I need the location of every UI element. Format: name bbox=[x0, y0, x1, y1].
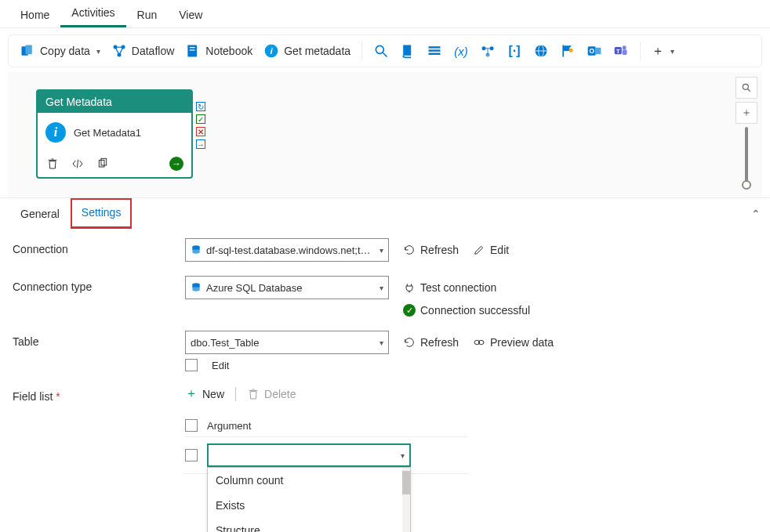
tool-script[interactable] bbox=[400, 43, 416, 59]
new-argument-button[interactable]: ＋ New bbox=[185, 385, 224, 402]
tool-bracket[interactable]: [·] bbox=[507, 43, 522, 59]
handle-fail-icon[interactable]: ✕ bbox=[196, 127, 205, 136]
connection-select[interactable]: df-sql-test.database.windows.net;tes… ▾ bbox=[185, 238, 389, 262]
notebook-icon bbox=[185, 43, 201, 59]
delete-argument-button[interactable]: Delete bbox=[247, 388, 296, 400]
tool-copy-data[interactable]: Copy data ▾ bbox=[20, 43, 100, 59]
run-icon[interactable]: → bbox=[169, 157, 183, 171]
activity-toolbar: Copy data ▾ Dataflow Notebook i Get meta… bbox=[8, 34, 762, 67]
plus-icon: ＋ bbox=[185, 385, 198, 402]
settings-form: Connection df-sql-test.database.windows.… bbox=[0, 229, 770, 498]
scrollbar[interactable] bbox=[402, 468, 410, 532]
label-field-list: Field list* bbox=[13, 385, 185, 403]
pencil-icon bbox=[473, 244, 485, 256]
tool-add[interactable]: ＋▾ bbox=[652, 43, 674, 60]
label-table: Table bbox=[13, 331, 185, 348]
activity-node-get-metadata[interactable]: Get Metadata i Get Metadata1 → bbox=[36, 89, 193, 179]
svg-rect-12 bbox=[403, 45, 411, 56]
svg-rect-5 bbox=[188, 45, 198, 57]
refresh-icon bbox=[403, 244, 416, 256]
pipeline-canvas[interactable]: Get Metadata i Get Metadata1 → ↻ ✓ ✕ → ＋ bbox=[8, 72, 762, 197]
connection-status: ✓ Connection successful bbox=[403, 304, 530, 317]
canvas-search-icon[interactable] bbox=[735, 77, 757, 99]
table-select[interactable]: dbo.Test_Table ▾ bbox=[185, 331, 389, 354]
label-connection-type: Connection type bbox=[13, 276, 185, 293]
svg-line-35 bbox=[748, 89, 750, 92]
svg-rect-33 bbox=[101, 158, 107, 165]
tool-flag[interactable] bbox=[560, 43, 576, 59]
tool-pipeline[interactable] bbox=[480, 43, 496, 59]
outlook-icon: O bbox=[587, 43, 602, 59]
tab-home[interactable]: Home bbox=[9, 2, 60, 27]
tool-list[interactable] bbox=[427, 43, 442, 59]
top-tabs: Home Activities Run View bbox=[0, 0, 770, 28]
tool-dataflow[interactable]: Dataflow bbox=[111, 43, 174, 59]
code-icon[interactable] bbox=[71, 157, 85, 171]
svg-rect-32 bbox=[99, 160, 104, 167]
tool-variable[interactable]: (x) bbox=[453, 43, 469, 59]
tool-dataflow-label: Dataflow bbox=[132, 45, 174, 57]
flag-icon bbox=[560, 43, 576, 59]
tool-notebook-label: Notebook bbox=[205, 45, 252, 57]
svg-rect-31 bbox=[623, 49, 627, 55]
check-circle-icon: ✓ bbox=[403, 304, 416, 317]
tool-notebook[interactable]: Notebook bbox=[185, 43, 252, 59]
tab-view[interactable]: View bbox=[168, 2, 213, 27]
dropdown-option[interactable]: Structure bbox=[208, 518, 410, 532]
svg-rect-6 bbox=[190, 47, 195, 48]
list-icon bbox=[427, 43, 442, 59]
collapse-panel-icon[interactable]: ⌃ bbox=[751, 208, 761, 220]
refresh-icon bbox=[403, 336, 416, 349]
connection-type-value: Azure SQL Database bbox=[206, 282, 375, 294]
tool-search[interactable] bbox=[373, 43, 389, 59]
svg-point-10 bbox=[376, 45, 383, 53]
table-value: dbo.Test_Table bbox=[191, 337, 375, 349]
chevron-down-icon: ▾ bbox=[96, 47, 100, 56]
handle-success-icon[interactable]: ✓ bbox=[196, 114, 205, 124]
handle-skip-icon[interactable]: ↻ bbox=[196, 102, 205, 111]
refresh-table[interactable]: Refresh bbox=[403, 336, 459, 349]
edit-table-checkbox[interactable] bbox=[185, 359, 198, 371]
prop-tab-settings[interactable]: Settings bbox=[71, 198, 133, 229]
database-icon bbox=[191, 282, 202, 293]
chevron-down-icon: ▾ bbox=[380, 338, 383, 347]
zoom-slider[interactable] bbox=[745, 127, 748, 182]
connection-type-select[interactable]: Azure SQL Database ▾ bbox=[185, 276, 389, 299]
tab-activities[interactable]: Activities bbox=[60, 0, 125, 27]
plug-icon bbox=[403, 281, 416, 294]
tool-teams[interactable]: T bbox=[613, 43, 629, 59]
svg-rect-27 bbox=[595, 48, 601, 54]
dropdown-option[interactable]: Exists bbox=[208, 493, 410, 518]
svg-point-30 bbox=[623, 45, 627, 49]
preview-data[interactable]: Preview data bbox=[473, 336, 554, 349]
info-icon: i bbox=[45, 122, 66, 143]
edit-connection[interactable]: Edit bbox=[473, 244, 509, 256]
argument-row-checkbox[interactable] bbox=[185, 449, 198, 461]
tool-outlook[interactable]: O bbox=[587, 43, 602, 59]
select-all-checkbox[interactable] bbox=[185, 419, 198, 432]
copy-icon[interactable] bbox=[96, 157, 110, 171]
svg-text:O: O bbox=[589, 47, 594, 55]
dropdown-option[interactable]: Column count bbox=[208, 468, 410, 493]
prop-tab-general[interactable]: General bbox=[9, 200, 71, 228]
delete-icon[interactable] bbox=[45, 157, 60, 171]
zoom-in-icon[interactable]: ＋ bbox=[735, 102, 757, 124]
test-connection[interactable]: Test connection bbox=[403, 281, 496, 294]
tab-run[interactable]: Run bbox=[126, 2, 169, 27]
argument-select[interactable]: ▾ bbox=[207, 443, 411, 467]
svg-point-34 bbox=[743, 84, 748, 89]
copy-data-icon bbox=[20, 43, 35, 59]
svg-rect-7 bbox=[190, 49, 195, 50]
activity-node-name: Get Metadata1 bbox=[74, 127, 141, 139]
edit-checkbox-label: Edit bbox=[212, 360, 229, 371]
chevron-down-icon: ▾ bbox=[401, 451, 405, 460]
refresh-connection[interactable]: Refresh bbox=[403, 244, 459, 256]
zoom-slider-knob[interactable] bbox=[742, 180, 751, 190]
teams-icon: T bbox=[613, 43, 629, 59]
tool-copy-data-label: Copy data bbox=[40, 45, 90, 57]
tool-web[interactable] bbox=[533, 43, 549, 59]
tool-get-metadata[interactable]: i Get metadata bbox=[263, 43, 350, 59]
trash-icon bbox=[247, 388, 260, 400]
node-output-handles: ↻ ✓ ✕ → bbox=[196, 102, 205, 149]
handle-completion-icon[interactable]: → bbox=[196, 139, 205, 149]
